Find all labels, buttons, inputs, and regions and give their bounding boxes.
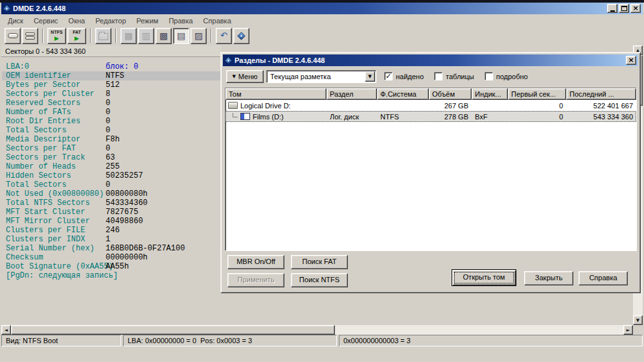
open-disk-button[interactable] [5, 28, 21, 44]
horizontal-scroll-thumb[interactable] [11, 325, 335, 335]
dialog-title: Разделы - DMDE 2.4.6.448 [235, 56, 325, 64]
sector-field-row[interactable]: Clusters per FILE246 [2, 226, 221, 235]
layout-combobox[interactable]: Текущая разметка ▼ [266, 70, 376, 83]
column-header[interactable]: Ф.Система [377, 88, 429, 100]
apply-button: Применить [227, 273, 284, 287]
sector-field-row[interactable]: Sectors per FAT0 [2, 144, 221, 153]
field-value: F8h [106, 135, 120, 144]
table-cell: Лог. диск [327, 113, 377, 121]
tree-connector [233, 113, 238, 118]
sector-field-row[interactable]: Number of Heads255 [2, 162, 221, 171]
view-cluster-map-button[interactable]: ▩ [155, 28, 172, 44]
view-partitions-button: ▥ [138, 28, 154, 44]
partitions-dialog: Разделы - DMDE 2.4.6.448 × ▼ Меню Текуща… [220, 52, 641, 293]
field-name: Clusters per INDX [6, 235, 85, 244]
partition-row[interactable]: Logical Drive D:267 GB0522 401 667 [225, 100, 636, 111]
field-value: 7827675 [106, 208, 138, 217]
view-hex-button[interactable]: ▨ [190, 28, 207, 44]
search-ntfs-button-dialog[interactable]: Поиск NTFS [291, 273, 348, 287]
help-button[interactable]: Справка [579, 271, 628, 285]
menu-item[interactable]: Редактор [90, 16, 131, 26]
menu-item[interactable]: Правка [163, 16, 198, 26]
volume-name: Logical Drive D: [240, 102, 291, 110]
sector-field-row[interactable]: Total Sectors0 [2, 126, 221, 135]
fat-label: FAT [73, 30, 81, 35]
search-fat-button[interactable]: FAT ▶ [67, 28, 86, 44]
sector-field-row[interactable]: Media DescriptorF8h [2, 135, 221, 144]
checkbox-box[interactable] [434, 72, 443, 80]
column-header[interactable]: Последний ... [566, 88, 636, 100]
menu-item[interactable]: Окна [63, 16, 91, 26]
grid-icon: ▦ [124, 30, 133, 41]
sector-field-row[interactable]: Clusters per INDX1 [2, 235, 221, 244]
back-sectors-button[interactable]: ↶ [216, 28, 232, 44]
select-drive-button[interactable] [22, 28, 38, 44]
maximize-button[interactable] [619, 4, 629, 13]
dmde-logo-icon [224, 56, 233, 65]
close-dialog-button[interactable]: Закрыть [524, 271, 573, 285]
column-header[interactable]: Том [225, 88, 327, 100]
sector-field-row[interactable]: Total NTFS Sectors543334360 [2, 199, 221, 208]
dmde-home-button[interactable] [233, 28, 249, 44]
sector-field-row[interactable]: Number of FATs0 [2, 108, 221, 117]
partition-table-body: Logical Drive D:267 GB0522 401 667Films … [225, 100, 636, 122]
combobox-dropdown-button[interactable]: ▼ [365, 71, 375, 82]
sector-field-row[interactable]: Total Sectors0 [2, 180, 221, 189]
field-value: 0 [106, 99, 110, 108]
menu-item[interactable]: Сервис [29, 16, 63, 26]
maximize-icon [621, 6, 627, 11]
column-header[interactable]: Индик... [472, 88, 508, 100]
field-name: MFT Start Cluster [6, 208, 85, 217]
checkbox-box[interactable]: ✓ [384, 72, 393, 80]
sector-field-row[interactable]: Checksum00000000h [2, 253, 221, 262]
table-cell: NTFS [377, 113, 429, 121]
checkbox-details[interactable]: подробно [485, 72, 528, 80]
checkbox-tables[interactable]: таблицы [434, 72, 474, 80]
sector-field-row[interactable]: MFT Start Cluster7827675 [2, 208, 221, 217]
column-header[interactable]: Объём [429, 88, 472, 100]
sector-field-row[interactable]: Boot Signature (0xAA55)AA55h [2, 262, 221, 271]
checkbox-found[interactable]: ✓найдено [384, 72, 424, 80]
view-boot-record-button[interactable]: ▤ [173, 28, 189, 44]
mbr-onoff-button[interactable]: MBR On/Off [227, 255, 284, 269]
lba-row[interactable]: LBA:0 блок: 0 [2, 62, 221, 71]
field-value: 0 [106, 126, 110, 135]
record-view-icon: ▤ [177, 30, 185, 41]
sector-field-row[interactable]: Bytes per Sector512 [2, 80, 221, 90]
column-header[interactable]: Раздел [327, 88, 377, 100]
sector-footer-row: [PgDn: следующая запись] [2, 271, 221, 280]
sector-field-row[interactable]: Sectors per Track63 [2, 153, 221, 162]
scroll-down-button[interactable]: ▼ [633, 315, 643, 325]
table-icon: ▥ [142, 30, 150, 41]
sector-field-row[interactable]: Root Dir Entries0 [2, 117, 221, 126]
close-icon: × [632, 5, 638, 12]
scroll-right-button[interactable]: ► [623, 325, 633, 335]
horizontal-scrollbar[interactable]: ◄ ► [1, 325, 633, 335]
sector-field-row[interactable]: Serial Number (hex)168B0D6B-0F27A100 [2, 244, 221, 253]
menu-item[interactable]: Диск [3, 16, 29, 26]
table-cell: 267 GB [429, 102, 472, 110]
close-button[interactable]: × [630, 4, 641, 13]
search-ntfs-button[interactable]: NTFS ▶ [47, 28, 66, 44]
open-volume-button[interactable]: Открыть том [452, 269, 516, 286]
dialog-close-button[interactable]: × [626, 56, 636, 65]
sector-field-row[interactable]: Hidden Sectors50235257 [2, 171, 221, 180]
minimize-button[interactable] [607, 4, 617, 13]
field-name: Total NTFS Sectors [6, 199, 90, 208]
sector-field-row[interactable]: OEM identifierNTFS [2, 71, 221, 80]
partition-row[interactable]: Films (D:)Лог. дискNTFS278 GBBxF0543 334… [225, 111, 636, 122]
sector-field-row[interactable]: Not Used (0x00800080)00800080h [2, 189, 221, 199]
search-fat-button-dialog[interactable]: Поиск FAT [291, 255, 348, 269]
sector-panel: LBA:0 блок: 0 OEM identifierNTFSBytes pe… [2, 62, 221, 280]
scroll-left-button[interactable]: ◄ [1, 325, 11, 335]
sector-field-row[interactable]: MFT Mirror Cluster40498860 [2, 217, 221, 226]
open-volume-toolbar-button [95, 28, 111, 44]
checkbox-box[interactable] [485, 72, 493, 80]
column-header[interactable]: Первый сек... [508, 88, 566, 100]
chevron-down-icon: ▼ [368, 74, 371, 79]
sector-field-row[interactable]: Sectors per Cluster8 [2, 90, 221, 99]
dialog-menu-button[interactable]: ▼ Меню [226, 70, 264, 83]
menu-item[interactable]: Справка [198, 16, 236, 26]
sector-field-row[interactable]: Reserved Sectors0 [2, 99, 221, 108]
menu-item[interactable]: Режим [132, 16, 164, 26]
